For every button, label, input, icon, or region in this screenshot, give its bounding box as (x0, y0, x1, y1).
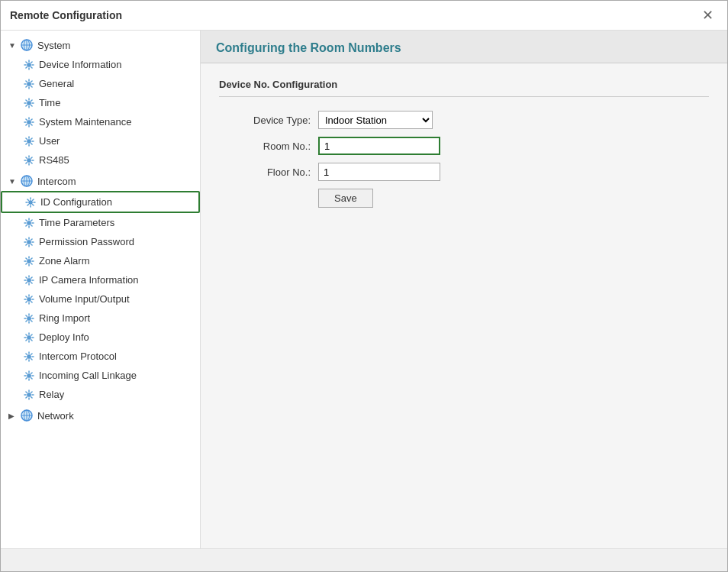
sidebar-item-time[interactable]: Time (1, 93, 200, 112)
svg-point-9 (27, 158, 31, 162)
svg-point-4 (27, 63, 31, 66)
svg-point-24 (27, 393, 31, 396)
sidebar-item-label: Relay (39, 389, 64, 400)
page-header: Configuring the Room Numbers (201, 31, 727, 63)
intercom-section: ▼ Intercom (1, 171, 200, 404)
sidebar-item-label: Zone Alarm (39, 255, 89, 267)
device-type-label: Device Type: (219, 115, 311, 126)
svg-point-23 (27, 373, 31, 377)
sidebar-item-id-configuration[interactable]: ID Configuration (1, 191, 200, 213)
sidebar-item-label: Intercom Protocol (39, 351, 117, 362)
sidebar-item-label: Time Parameters (39, 217, 114, 228)
gear-icon (24, 237, 34, 247)
sidebar-item-label: Deploy Info (39, 331, 89, 343)
svg-point-17 (27, 259, 31, 263)
network-globe-icon (21, 409, 33, 422)
network-group-label: Network (37, 410, 74, 422)
svg-point-20 (27, 316, 31, 320)
page-title: Configuring the Room Numbers (216, 41, 712, 55)
sidebar-item-label: Volume Input/Output (39, 293, 130, 305)
gear-icon (24, 136, 34, 147)
main-content: Configuring the Room Numbers Device No. … (201, 31, 727, 548)
gear-icon (24, 313, 34, 324)
device-type-row: Device Type: Indoor Station Outdoor Stat… (219, 111, 709, 129)
sidebar-item-incoming-call-linkage[interactable]: Incoming Call Linkage (1, 366, 200, 385)
sidebar-item-time-parameters[interactable]: Time Parameters (1, 213, 200, 232)
bottom-bar (1, 548, 727, 571)
section-title: Device No. Configuration (219, 79, 709, 90)
sidebar-item-label: User (39, 135, 60, 147)
main-body: Device No. Configuration Device Type: In… (201, 63, 727, 548)
gear-icon (24, 218, 34, 228)
floor-no-row: Floor No.: (219, 163, 709, 181)
room-no-input[interactable] (318, 137, 440, 155)
room-no-label: Room No.: (219, 141, 311, 152)
section-divider (219, 96, 709, 97)
svg-point-8 (27, 139, 31, 143)
sidebar-item-user[interactable]: User (1, 131, 200, 150)
svg-point-16 (27, 240, 31, 244)
intercom-items-container: ID Configuration Time Parameters (1, 191, 200, 404)
sidebar-item-label: Ring Import (39, 312, 90, 324)
network-caret-icon: ▶ (8, 412, 16, 420)
sidebar-item-label: IP Camera Information (39, 274, 139, 286)
gear-icon (24, 98, 34, 108)
sidebar-item-volume-input-output[interactable]: Volume Input/Output (1, 289, 200, 309)
sidebar-item-deploy-info[interactable]: Deploy Info (1, 328, 200, 347)
gear-icon (24, 79, 34, 89)
sidebar-item-device-information[interactable]: Device Information (1, 55, 200, 74)
system-items-container: Device Information General (1, 55, 200, 170)
intercom-group-header[interactable]: ▼ Intercom (1, 171, 200, 191)
gear-icon (24, 60, 34, 70)
sidebar-item-permission-password[interactable]: Permission Password (1, 232, 200, 251)
network-section: ▶ Network (1, 406, 200, 425)
svg-point-21 (27, 335, 31, 339)
gear-icon (24, 275, 34, 286)
gear-icon (24, 389, 34, 400)
system-group-header[interactable]: ▼ System (1, 35, 200, 55)
close-button[interactable]: ✕ (697, 7, 718, 24)
sidebar-item-relay[interactable]: Relay (1, 385, 200, 404)
device-type-select[interactable]: Indoor Station Outdoor Station Master St… (318, 111, 433, 129)
intercom-group-label: Intercom (37, 176, 76, 187)
gear-icon (25, 197, 36, 208)
gear-icon (24, 351, 34, 362)
sidebar-item-label: RS485 (39, 154, 69, 166)
sidebar-item-label: Device Information (39, 59, 121, 70)
sidebar-item-zone-alarm[interactable]: Zone Alarm (1, 251, 200, 270)
gear-icon (24, 117, 34, 128)
svg-point-15 (27, 221, 31, 225)
floor-no-input[interactable] (318, 163, 440, 181)
system-group-label: System (37, 40, 70, 51)
svg-point-5 (27, 82, 31, 86)
sidebar-item-ip-camera-information[interactable]: IP Camera Information (1, 270, 200, 289)
sidebar-item-rs485[interactable]: RS485 (1, 150, 200, 170)
sidebar-item-label: General (39, 78, 74, 89)
sidebar-item-general[interactable]: General (1, 74, 200, 93)
svg-point-18 (27, 278, 31, 282)
sidebar-item-label: System Maintenance (39, 116, 131, 128)
svg-point-6 (27, 101, 31, 105)
sidebar-item-system-maintenance[interactable]: System Maintenance (1, 112, 200, 131)
svg-point-22 (27, 354, 31, 358)
system-caret-icon: ▼ (8, 41, 16, 50)
intercom-caret-icon: ▼ (8, 177, 16, 186)
system-section: ▼ System Device Inf (1, 35, 200, 170)
gear-icon (24, 155, 34, 166)
save-button[interactable]: Save (318, 189, 373, 208)
sidebar-item-label: Time (39, 97, 60, 108)
gear-icon (24, 256, 34, 267)
sidebar: ▼ System Device Inf (1, 31, 201, 548)
intercom-globe-icon (21, 175, 33, 187)
svg-point-7 (27, 120, 31, 124)
sidebar-item-intercom-protocol[interactable]: Intercom Protocol (1, 347, 200, 366)
network-group-header[interactable]: ▶ Network (1, 406, 200, 425)
room-no-row: Room No.: (219, 137, 709, 155)
svg-point-14 (29, 200, 33, 204)
gear-icon (24, 294, 34, 305)
floor-no-label: Floor No.: (219, 166, 311, 178)
gear-icon (24, 332, 34, 343)
sidebar-item-label: Permission Password (39, 236, 134, 247)
remote-configuration-dialog: Remote Configuration ✕ ▼ System (0, 0, 728, 572)
sidebar-item-ring-import[interactable]: Ring Import (1, 309, 200, 328)
